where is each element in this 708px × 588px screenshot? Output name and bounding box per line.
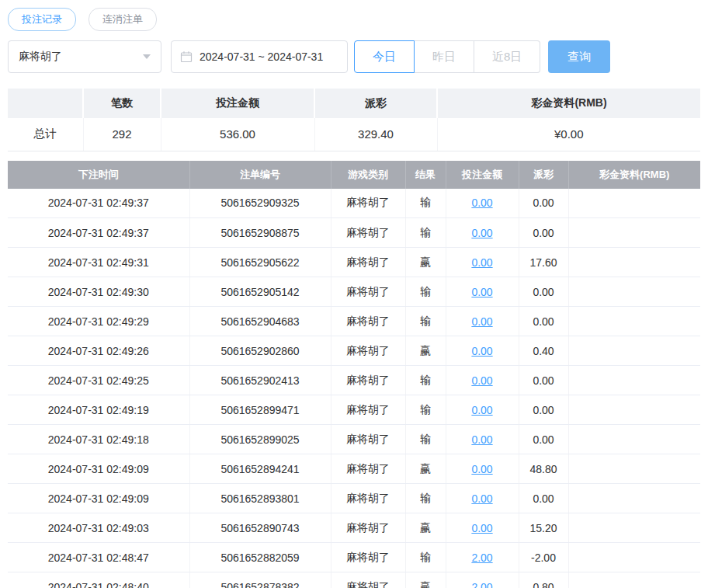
order-number: 5061652902413 xyxy=(189,366,331,395)
bet-amount-link[interactable]: 0.00 xyxy=(471,463,492,475)
game-type: 麻将胡了 xyxy=(331,366,405,395)
tab-cancelled-orders[interactable]: 连消注单 xyxy=(88,8,157,31)
tab-betting-records[interactable]: 投注记录 xyxy=(8,8,76,31)
bet-time: 2024-07-31 02:48:40 xyxy=(8,572,189,588)
date-range-value: 2024-07-31 ~ 2024-07-31 xyxy=(200,50,323,63)
chevron-down-icon xyxy=(143,54,151,59)
today-button[interactable]: 今日 xyxy=(354,40,415,73)
summary-header-row: 笔数 投注金额 派彩 彩金资料(RMB) xyxy=(8,89,700,118)
bet-amount-cell: 0.00 xyxy=(446,336,519,366)
bet-amount-link[interactable]: 0.00 xyxy=(471,345,492,357)
bet-amount-cell: 0.00 xyxy=(446,307,519,336)
game-select-value: 麻将胡了 xyxy=(19,50,62,64)
bet-amount-link[interactable]: 0.00 xyxy=(471,286,492,298)
table-row: 2024-07-31 02:49:25 5061652902413 麻将胡了 输… xyxy=(8,366,700,395)
game-type: 麻将胡了 xyxy=(331,543,405,572)
result: 输 xyxy=(405,307,446,336)
table-row: 2024-07-31 02:49:29 5061652904683 麻将胡了 输… xyxy=(8,307,700,336)
payout-cell: 0.40 xyxy=(519,336,568,366)
calendar-icon xyxy=(180,50,193,63)
result: 输 xyxy=(405,277,446,307)
bet-amount-cell: 0.00 xyxy=(446,189,519,218)
bet-amount-cell: 0.00 xyxy=(446,218,519,248)
table-row: 2024-07-31 02:49:31 5061652905622 麻将胡了 赢… xyxy=(8,248,700,277)
order-number: 5061652905622 xyxy=(189,248,331,277)
bet-time: 2024-07-31 02:49:37 xyxy=(8,218,189,248)
query-button[interactable]: 查询 xyxy=(548,40,610,73)
bet-amount-link[interactable]: 2.00 xyxy=(471,551,492,564)
jackpot-cell xyxy=(568,366,700,395)
column-header-bet-time: 下注时间 xyxy=(8,161,189,189)
game-type: 麻将胡了 xyxy=(331,218,405,248)
last-8-days-button[interactable]: 近8日 xyxy=(474,40,540,73)
order-number: 5061652905142 xyxy=(189,277,331,307)
game-type: 麻将胡了 xyxy=(331,189,405,218)
order-number: 5061652904683 xyxy=(189,307,331,336)
game-select[interactable]: 麻将胡了 xyxy=(8,40,161,73)
bet-time: 2024-07-31 02:49:19 xyxy=(8,395,189,425)
bet-amount-link[interactable]: 0.00 xyxy=(471,492,492,505)
jackpot-cell xyxy=(568,248,700,277)
payout-cell: 0.00 xyxy=(519,307,568,336)
bet-amount-link[interactable]: 2.00 xyxy=(471,581,492,588)
summary-header-count: 笔数 xyxy=(83,89,161,118)
payout-cell: -2.00 xyxy=(519,543,568,572)
game-type: 麻将胡了 xyxy=(331,395,405,425)
bet-time: 2024-07-31 02:49:31 xyxy=(8,248,189,277)
column-header-order-number: 注单编号 xyxy=(189,161,331,189)
table-row: 2024-07-31 02:49:26 5061652902860 麻将胡了 赢… xyxy=(8,336,700,366)
bet-amount-cell: 0.00 xyxy=(446,395,519,425)
game-type: 麻将胡了 xyxy=(331,277,405,307)
payout-cell: 0.00 xyxy=(519,484,568,513)
bet-amount-link[interactable]: 0.00 xyxy=(471,404,492,416)
bet-time: 2024-07-31 02:49:30 xyxy=(8,277,189,307)
column-header-jackpot: 彩金资料(RMB) xyxy=(568,161,700,189)
table-row: 2024-07-31 02:49:37 5061652909325 麻将胡了 输… xyxy=(8,189,700,218)
bet-time: 2024-07-31 02:49:09 xyxy=(8,484,189,513)
bet-time: 2024-07-31 02:49:37 xyxy=(8,189,189,218)
payout-cell: 0.00 xyxy=(519,277,568,307)
bet-time: 2024-07-31 02:48:47 xyxy=(8,543,189,572)
result: 输 xyxy=(405,395,446,425)
payout-cell: 0.80 xyxy=(519,572,568,588)
summary-total-row: 总计 292 536.00 329.40 ¥0.00 xyxy=(8,118,700,151)
bet-time: 2024-07-31 02:49:09 xyxy=(8,454,189,484)
summary-header-payout: 派彩 xyxy=(314,89,437,118)
bet-amount-cell: 0.00 xyxy=(446,425,519,454)
bet-amount-link[interactable]: 0.00 xyxy=(471,374,492,387)
game-type: 麻将胡了 xyxy=(331,307,405,336)
column-header-result: 结果 xyxy=(405,161,446,189)
game-type: 麻将胡了 xyxy=(331,513,405,543)
order-number: 5061652909325 xyxy=(189,189,331,218)
payout-cell: 0.00 xyxy=(519,366,568,395)
bet-amount-link[interactable]: 0.00 xyxy=(471,315,492,328)
bet-amount-link[interactable]: 0.00 xyxy=(471,227,492,239)
jackpot-cell xyxy=(568,277,700,307)
payout-cell: 17.60 xyxy=(519,248,568,277)
table-row: 2024-07-31 02:49:19 5061652899471 麻将胡了 输… xyxy=(8,395,700,425)
order-number: 5061652902860 xyxy=(189,336,331,366)
bet-amount-link[interactable]: 0.00 xyxy=(471,197,492,209)
table-row: 2024-07-31 02:48:47 5061652882059 麻将胡了 输… xyxy=(8,543,700,572)
summary-header-jackpot: 彩金资料(RMB) xyxy=(437,89,700,118)
summary-payout: 329.40 xyxy=(314,118,437,151)
jackpot-cell xyxy=(568,484,700,513)
jackpot-cell xyxy=(568,454,700,484)
bet-amount-cell: 0.00 xyxy=(446,277,519,307)
order-number: 5061652878382 xyxy=(189,572,331,588)
order-number: 5061652899025 xyxy=(189,425,331,454)
bet-amount-link[interactable]: 0.00 xyxy=(471,433,492,446)
table-row: 2024-07-31 02:49:18 5061652899025 麻将胡了 输… xyxy=(8,425,700,454)
bet-amount-link[interactable]: 0.00 xyxy=(471,522,492,534)
jackpot-cell xyxy=(568,218,700,248)
game-type: 麻将胡了 xyxy=(331,484,405,513)
jackpot-cell xyxy=(568,425,700,454)
filter-toolbar: 麻将胡了 2024-07-31 ~ 2024-07-31 今日 昨日 近8日 查… xyxy=(8,40,700,73)
yesterday-button[interactable]: 昨日 xyxy=(415,40,474,73)
bet-table-body: 2024-07-31 02:49:37 5061652909325 麻将胡了 输… xyxy=(8,189,700,588)
bet-amount-cell: 0.00 xyxy=(446,484,519,513)
summary-total-label: 总计 xyxy=(8,118,83,151)
payout-cell: 0.00 xyxy=(519,218,568,248)
date-range-picker[interactable]: 2024-07-31 ~ 2024-07-31 xyxy=(171,40,348,73)
bet-amount-link[interactable]: 0.00 xyxy=(471,256,492,269)
